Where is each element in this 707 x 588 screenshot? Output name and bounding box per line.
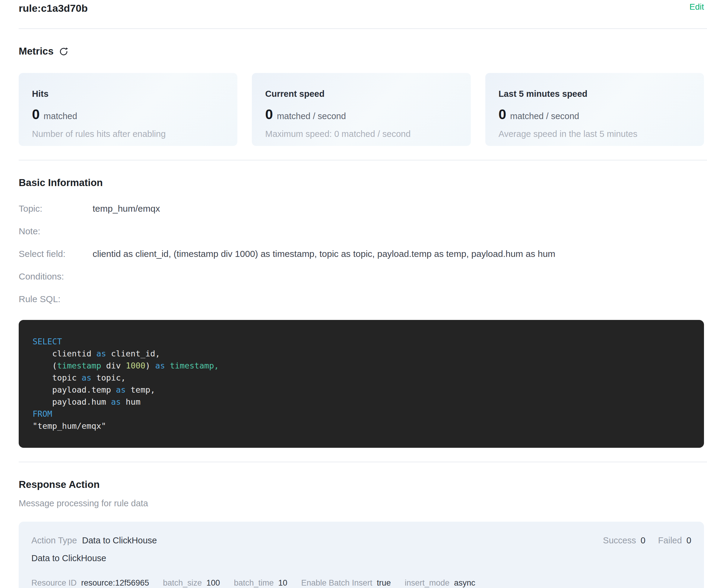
metric-description: Number of rules hits after enabling bbox=[32, 129, 224, 139]
sql-token: topic, bbox=[91, 373, 126, 382]
sql-line: payload.temp as temp, bbox=[33, 384, 690, 396]
basic-info-rows: Topic: temp_hum/emqx Note: Select field:… bbox=[19, 197, 704, 310]
sql-token: as bbox=[82, 373, 92, 382]
sql-line: payload.hum as hum bbox=[33, 396, 690, 408]
config-insert-mode: insert_mode async bbox=[405, 578, 475, 588]
metric-title: Hits bbox=[32, 89, 224, 99]
metric-description: Maximum speed: 0 matched / second bbox=[265, 129, 457, 139]
metric-card-last-5-minutes-speed: Last 5 minutes speed 0 matched / second … bbox=[485, 73, 704, 146]
info-label: Select field: bbox=[19, 249, 93, 259]
sql-token: topic bbox=[33, 373, 82, 382]
config-label: batch_size bbox=[163, 578, 202, 588]
metric-card-hits: Hits 0 matched Number of rules hits afte… bbox=[19, 73, 237, 146]
action-card-top-row: Action Type Data to ClickHouse Success 0… bbox=[31, 535, 691, 546]
metric-value: 0 bbox=[32, 107, 40, 122]
info-row-topic: Topic: temp_hum/emqx bbox=[19, 197, 704, 220]
metric-value-row: 0 matched / second bbox=[265, 107, 457, 122]
config-value: 100 bbox=[206, 578, 220, 588]
edit-link[interactable]: Edit bbox=[689, 2, 704, 12]
action-type-label: Action Type bbox=[31, 535, 77, 546]
sql-token: div bbox=[101, 361, 126, 370]
info-label: Note: bbox=[19, 226, 93, 236]
info-label: Rule SQL: bbox=[19, 294, 93, 304]
sql-token: client_id, bbox=[106, 349, 160, 358]
info-row-select-field: Select field: clientid as client_id, (ti… bbox=[19, 242, 704, 265]
metric-card-current-speed: Current speed 0 matched / second Maximum… bbox=[252, 73, 471, 146]
action-card: Action Type Data to ClickHouse Success 0… bbox=[19, 522, 704, 588]
info-row-conditions: Conditions: bbox=[19, 265, 704, 288]
config-label: Enable Batch Insert bbox=[301, 578, 372, 588]
success-label: Success bbox=[603, 535, 636, 546]
sql-line: SELECT bbox=[33, 336, 690, 348]
metric-value-row: 0 matched / second bbox=[499, 107, 691, 122]
failed-value: 0 bbox=[686, 535, 691, 546]
sql-token: 1000 bbox=[126, 361, 145, 370]
action-type-value: Data to ClickHouse bbox=[82, 535, 157, 546]
sql-token: clientid bbox=[33, 349, 96, 358]
config-batch-time: batch_time 10 bbox=[234, 578, 287, 588]
rule-detail-page: rule:c1a3d70b Edit Metrics Hits 0 matche… bbox=[0, 0, 707, 588]
sql-line: (timestamp div 1000) as timestamp, bbox=[33, 360, 690, 372]
sql-line: "temp_hum/emqx" bbox=[33, 420, 690, 432]
sql-token: as bbox=[111, 397, 121, 407]
config-label: insert_mode bbox=[405, 578, 450, 588]
action-counters: Success 0 Failed 0 bbox=[603, 535, 691, 546]
metric-value: 0 bbox=[499, 107, 506, 122]
config-label: batch_time bbox=[234, 578, 274, 588]
config-batch-size: batch_size 100 bbox=[163, 578, 220, 588]
sql-token: payload.hum bbox=[33, 397, 111, 407]
sql-token: payload.temp bbox=[33, 385, 116, 394]
metric-cards: Hits 0 matched Number of rules hits afte… bbox=[19, 73, 704, 146]
info-value: temp_hum/emqx bbox=[93, 204, 160, 214]
basic-info-section-header: Basic Information bbox=[19, 177, 704, 189]
sql-token: timestamp, bbox=[170, 361, 219, 370]
metric-value-row: 0 matched bbox=[32, 107, 224, 122]
metrics-heading: Metrics bbox=[19, 45, 54, 57]
config-label: Resource ID bbox=[31, 578, 77, 588]
sql-token: temp, bbox=[126, 385, 155, 394]
info-row-rule-sql: Rule SQL: bbox=[19, 288, 704, 310]
config-value: 10 bbox=[278, 578, 287, 588]
info-value: clientid as client_id, (timestamp div 10… bbox=[93, 249, 555, 259]
basic-info-heading: Basic Information bbox=[19, 177, 103, 189]
rule-sql-code-block: SELECT clientid as client_id, (timestamp… bbox=[19, 320, 704, 448]
config-value: resource:12f56965 bbox=[81, 578, 149, 588]
metric-unit: matched / second bbox=[510, 111, 579, 121]
metric-title: Last 5 minutes speed bbox=[499, 89, 691, 99]
sql-token: SELECT bbox=[33, 337, 62, 346]
info-label: Topic: bbox=[19, 204, 93, 214]
sql-token: as bbox=[155, 361, 165, 370]
metric-description: Average speed in the last 5 minutes bbox=[499, 129, 691, 139]
config-resource-id: Resource ID resource:12f56965 bbox=[31, 578, 149, 588]
sql-token: timestamp bbox=[57, 361, 101, 370]
metric-unit: matched / second bbox=[277, 111, 346, 121]
metric-value: 0 bbox=[265, 107, 273, 122]
metric-title: Current speed bbox=[265, 89, 457, 99]
divider bbox=[19, 160, 707, 161]
response-action-heading: Response Action bbox=[19, 479, 100, 491]
sql-token: ) bbox=[145, 361, 155, 370]
response-action-subtitle: Message processing for rule data bbox=[19, 498, 704, 508]
sql-token: "temp_hum/emqx" bbox=[33, 421, 106, 430]
sql-token: hum bbox=[121, 397, 140, 407]
success-counter: Success 0 bbox=[603, 535, 645, 546]
action-config-row-1: Resource ID resource:12f56965 batch_size… bbox=[31, 578, 691, 588]
sql-token: ( bbox=[33, 361, 57, 370]
metric-unit: matched bbox=[44, 111, 77, 121]
response-action-section-header: Response Action bbox=[19, 479, 704, 491]
sql-token: as bbox=[96, 349, 106, 358]
divider bbox=[19, 28, 707, 29]
page-title: rule:c1a3d70b bbox=[19, 2, 88, 14]
config-value: true bbox=[377, 578, 391, 588]
action-name: Data to ClickHouse bbox=[31, 553, 691, 563]
page-header: rule:c1a3d70b Edit bbox=[19, 2, 704, 14]
failed-label: Failed bbox=[658, 535, 682, 546]
failed-counter: Failed 0 bbox=[658, 535, 691, 546]
info-label: Conditions: bbox=[19, 271, 93, 282]
action-type: Action Type Data to ClickHouse bbox=[31, 535, 157, 546]
divider bbox=[19, 462, 707, 462]
sql-token: as bbox=[116, 385, 126, 394]
refresh-icon[interactable] bbox=[59, 46, 69, 57]
sql-line: FROM bbox=[33, 408, 690, 420]
sql-line: topic as topic, bbox=[33, 372, 690, 384]
